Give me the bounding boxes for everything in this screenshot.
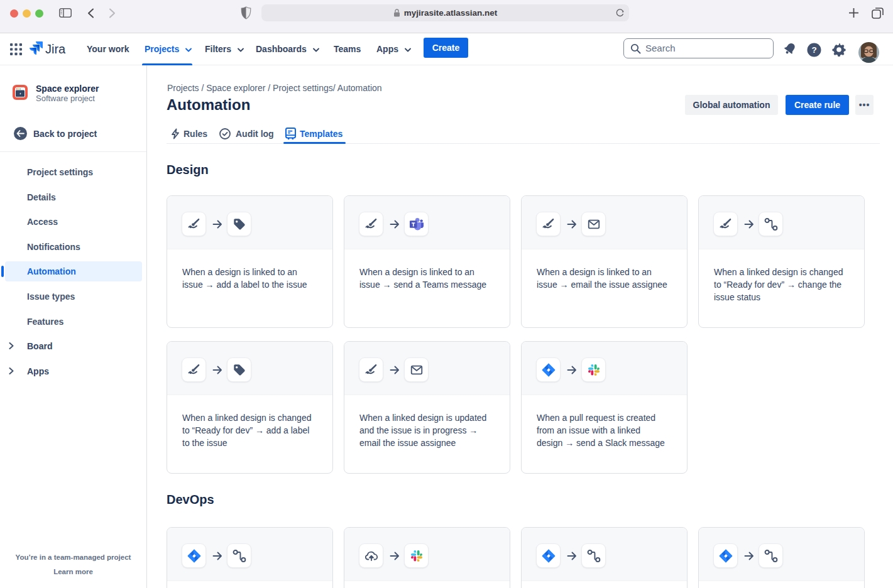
svg-text:?: ? xyxy=(811,45,816,55)
